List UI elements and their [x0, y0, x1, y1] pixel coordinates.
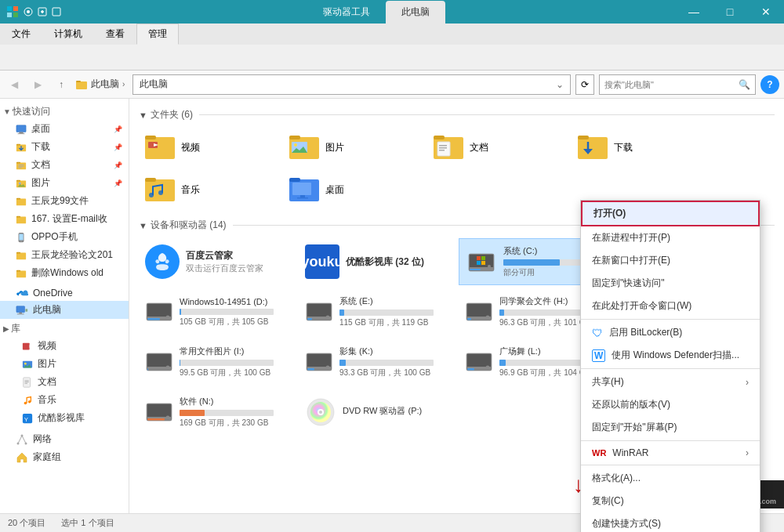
- svg-rect-119: [147, 418, 165, 421]
- drive-name-i: 常用文件图片 (I:): [180, 346, 274, 357]
- help-button[interactable]: ?: [760, 75, 779, 94]
- folder-label: 音乐: [181, 183, 200, 197]
- pin-icon: 📌: [114, 161, 122, 169]
- svg-rect-45: [25, 380, 29, 381]
- ctx-label: 创建快捷方式(S): [592, 517, 661, 530]
- svg-point-106: [166, 366, 170, 370]
- drive-bar-bg-e: [339, 309, 434, 316]
- sidebar-label: 优酷影视库: [38, 411, 85, 425]
- drive-item-d[interactable]: Windows10-14951 (D:) 105 GB 可用，共 105 GB: [139, 288, 296, 335]
- folder-item-music[interactable]: 音乐: [139, 170, 280, 209]
- folder-item-documents[interactable]: 文档: [427, 128, 568, 167]
- ctx-item-open-process[interactable]: 在新进程中打开(P): [581, 226, 760, 249]
- folder-item-desktop[interactable]: 桌面: [283, 170, 424, 209]
- sidebar-item-lib-pictures[interactable]: 图片: [0, 355, 129, 373]
- maximize-button[interactable]: □: [712, 0, 748, 24]
- ctx-item-pin-quick[interactable]: 固定到"快速访问": [581, 272, 760, 295]
- drive-size-l: 96.9 GB 可用，共 104 GB: [499, 367, 593, 378]
- drive-info-l: 广场舞 (L:) 96.9 GB 可用，共 104 GB: [499, 346, 593, 378]
- ctx-item-defender[interactable]: W 使用 Windows Defender扫描...: [581, 344, 760, 367]
- ctx-item-pin-start[interactable]: 固定到"开始"屏幕(P): [581, 416, 760, 439]
- pin-icon: 📌: [114, 125, 122, 133]
- drive-item-i[interactable]: 常用文件图片 (I:) 99.5 GB 可用，共 100 GB: [139, 338, 296, 385]
- ctx-item-format[interactable]: 格式化(A)...: [581, 467, 760, 490]
- ctx-item-open-window[interactable]: 在新窗口中打开(E): [581, 249, 760, 272]
- ribbon-tab-file[interactable]: 文件: [0, 24, 42, 45]
- minimize-button[interactable]: —: [676, 0, 712, 24]
- sidebar-section-quick-access[interactable]: ▼ 快速访问: [0, 102, 129, 120]
- svg-rect-13: [19, 132, 23, 133]
- sidebar-item-youku[interactable]: Y 优酷影视库: [0, 409, 129, 427]
- folder-label: 桌面: [325, 183, 344, 197]
- sidebar-item-network[interactable]: 网络: [0, 430, 129, 448]
- ctx-item-winrar[interactable]: WR WinRAR ›: [581, 443, 760, 463]
- svg-rect-26: [16, 197, 20, 199]
- svg-rect-111: [307, 368, 314, 371]
- ctx-item-create-shortcut[interactable]: 创建快捷方式(S): [581, 512, 760, 532]
- defender-icon: W: [592, 349, 605, 362]
- svg-line-55: [18, 436, 22, 443]
- youku-name: 优酷影视库 (32 位): [346, 255, 424, 269]
- sidebar-item-thesis[interactable]: 王辰龙经验论文201: [0, 246, 129, 264]
- sidebar-item-windows-old[interactable]: 删除Windows old: [0, 264, 129, 282]
- back-button[interactable]: ◀: [5, 75, 24, 94]
- svg-rect-66: [434, 136, 445, 139]
- ctx-item-copy[interactable]: 复制(C): [581, 490, 760, 512]
- svg-point-77: [149, 193, 154, 197]
- ribbon-tab-view[interactable]: 查看: [94, 24, 136, 45]
- ctx-item-share[interactable]: 共享(H) ›: [581, 371, 760, 393]
- ctx-item-restore[interactable]: 还原以前的版本(V): [581, 393, 760, 416]
- lib-pictures-icon: [22, 359, 33, 370]
- sidebar-item-music[interactable]: 音乐: [0, 391, 129, 409]
- folder-item-pictures[interactable]: 图片: [283, 128, 424, 167]
- drive-item-k[interactable]: 影集 (K:) 93.3 GB 可用，共 100 GB: [299, 338, 456, 385]
- sidebar-item-desktop[interactable]: 桌面 📌: [0, 120, 129, 138]
- folder-item-videos[interactable]: 视频: [139, 128, 280, 167]
- drive-info-e: 系统 (E:) 115 GB 可用，共 119 GB: [339, 295, 434, 328]
- sidebar-item-email[interactable]: 167. 设置E-mail收: [0, 210, 129, 228]
- sidebar-item-oppo[interactable]: OPPO手机: [0, 228, 129, 246]
- drive-item-youku[interactable]: youku 优酷影视库 (32 位): [299, 238, 456, 285]
- tab-driver-tools[interactable]: 驱动器工具: [307, 1, 386, 24]
- refresh-button[interactable]: ⟳: [575, 74, 594, 95]
- shield-icon: 🛡: [592, 327, 603, 339]
- drive-item-p[interactable]: DVD RW 驱动器 (P:): [299, 389, 456, 436]
- hdd-svg-k: [306, 351, 332, 373]
- sidebar-section-libraries[interactable]: ▶ 库: [0, 319, 129, 337]
- ctx-item-open[interactable]: 打开(O): [581, 201, 760, 226]
- drive-bar-fill-h: [499, 309, 504, 316]
- sidebar-item-pictures[interactable]: 图片 📌: [0, 174, 129, 192]
- ribbon-tab-computer[interactable]: 计算机: [42, 24, 94, 45]
- ribbon-tab-manage[interactable]: 管理: [136, 24, 179, 45]
- mini-icon: [24, 7, 33, 16]
- folder-icon-s4: [16, 268, 27, 279]
- forward-button[interactable]: ▶: [28, 75, 47, 94]
- up-button[interactable]: ↑: [52, 75, 71, 94]
- ctx-item-bitlocker[interactable]: 🛡 启用 BitLocker(B): [581, 321, 760, 344]
- sidebar-item-homegroup[interactable]: 家庭组: [0, 448, 129, 466]
- folder-item-downloads[interactable]: 下载: [572, 128, 713, 167]
- address-input[interactable]: 此电脑 ⌄: [132, 74, 571, 95]
- drive-item-n[interactable]: 软件 (N:) 169 GB 可用，共 230 GB: [139, 389, 296, 436]
- sidebar-item-onedrive[interactable]: OneDrive: [0, 285, 129, 301]
- sidebar-item-lib-documents[interactable]: 文档: [0, 373, 129, 391]
- sidebar-item-documents[interactable]: 文档 📌: [0, 156, 129, 174]
- sidebar-item-downloads[interactable]: 下载 📌: [0, 138, 129, 156]
- search-input[interactable]: [604, 80, 739, 89]
- svg-rect-70: [439, 150, 445, 151]
- ctx-item-open-cmd[interactable]: 在此处打开命令窗口(W): [581, 295, 760, 317]
- svg-rect-58: [145, 136, 156, 139]
- folders-grid: 视频 图片: [139, 128, 775, 209]
- sidebar-item-videos[interactable]: 视频: [0, 337, 129, 355]
- drive-name-n: 软件 (N:): [180, 396, 274, 407]
- address-path-text: 此电脑: [140, 78, 168, 91]
- tab-this-pc[interactable]: 此电脑: [386, 1, 445, 24]
- svg-rect-11: [76, 81, 81, 82]
- sidebar-item-wangchen1[interactable]: 王辰龙99文件: [0, 192, 129, 210]
- hdd-icon-n: [145, 398, 173, 426]
- sidebar-item-this-pc[interactable]: 此电脑: [0, 301, 129, 319]
- drive-item-e[interactable]: 系统 (E:) 115 GB 可用，共 119 GB: [299, 288, 456, 335]
- close-button[interactable]: ✕: [748, 0, 784, 24]
- drive-item-baidu[interactable]: 百度云管家 双击运行百度云管家: [139, 238, 296, 285]
- search-box: 🔍: [599, 74, 756, 95]
